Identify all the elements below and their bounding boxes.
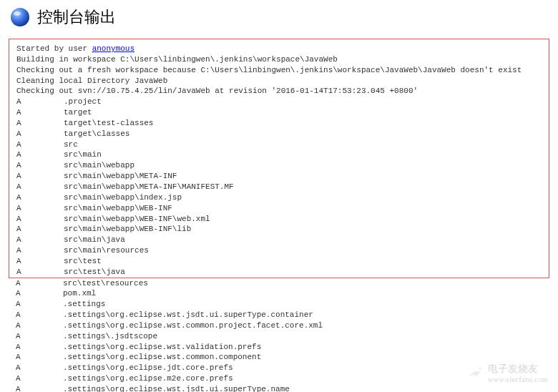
file-row: A .settings\org.eclipse.jdt.core.prefs	[16, 363, 542, 373]
console-line: Building in workspace C:\Users\linbingwe…	[16, 54, 542, 65]
watermark-icon	[465, 363, 485, 383]
svg-point-0	[11, 8, 29, 26]
file-row: A src	[16, 139, 542, 150]
file-row: A target\classes	[16, 129, 542, 139]
file-row: A target	[16, 107, 542, 118]
console-line: Cleaning local Directory JavaWeb	[16, 76, 542, 87]
file-row: A .settings\org.eclipse.wst.validation.p…	[16, 342, 542, 353]
file-row: A .settings\org.eclipse.wst.jsdt.ui.supe…	[16, 384, 542, 392]
file-row: A src\main\java	[16, 235, 542, 245]
user-link[interactable]: anonymous	[92, 44, 134, 53]
watermark-name: 电子发烧友	[488, 363, 548, 376]
file-row: A src\main	[16, 150, 542, 160]
svg-point-2	[479, 367, 481, 370]
file-row: A src\main\webapp\index.jsp	[16, 192, 542, 203]
file-row: A .settings\org.eclipse.wst.common.compo…	[16, 352, 542, 363]
file-row: A src\main\webapp\META-INF	[16, 171, 542, 182]
file-row: A src\test\java	[16, 267, 542, 278]
svg-point-1	[14, 11, 21, 16]
file-row: A .settings\org.eclipse.wst.common.proje…	[16, 320, 542, 331]
console-output-box: Started by user anonymous Building in wo…	[9, 39, 549, 278]
globe-icon	[9, 6, 31, 29]
file-row: A src\test\resources	[16, 278, 542, 289]
console-file-rows-after: A src\test\resourcesA pom.xmlA .settings…	[16, 278, 542, 392]
file-row: A src\main\webapp\META-INF\MANIFEST.MF	[16, 182, 542, 192]
watermark-url: www.elecfans.com	[488, 376, 548, 383]
console-line-started: Started by user anonymous	[16, 44, 542, 54]
console-file-rows: A .projectA targetA target\test-classesA…	[16, 97, 542, 277]
file-row: A .settings\org.eclipse.m2e.core.prefs	[16, 373, 542, 384]
file-row: A src\main\resources	[16, 245, 542, 256]
file-row: A src\test	[16, 256, 542, 267]
watermark-text: 电子发烧友 www.elecfans.com	[488, 363, 548, 383]
file-row: A src\main\webapp\WEB-INF	[16, 203, 542, 214]
watermark: 电子发烧友 www.elecfans.com	[465, 363, 548, 383]
started-by-prefix: Started by user	[16, 44, 92, 53]
console-header: 控制台输出	[0, 0, 558, 34]
file-row: A src\main\webapp\WEB-INF\lib	[16, 224, 542, 235]
console-pre-lines: Building in workspace C:\Users\linbingwe…	[16, 54, 542, 97]
file-row: A pom.xml	[16, 288, 542, 299]
file-row: A src\main\webapp	[16, 160, 542, 171]
console-line: Checking out a fresh workspace because C…	[16, 65, 542, 76]
file-row: A .project	[16, 97, 542, 107]
file-row: A .settings\.jsdtscope	[16, 331, 542, 342]
file-row: A .settings	[16, 299, 542, 310]
file-row: A .settings\org.eclipse.wst.jsdt.ui.supe…	[16, 310, 542, 320]
file-row: A target\test-classes	[16, 118, 542, 129]
page-title: 控制台输出	[37, 6, 116, 28]
file-row: A src\main\webapp\WEB-INF\web.xml	[16, 214, 542, 225]
console-line: Checking out svn://10.75.4.25/lin/JavaWe…	[16, 86, 542, 97]
